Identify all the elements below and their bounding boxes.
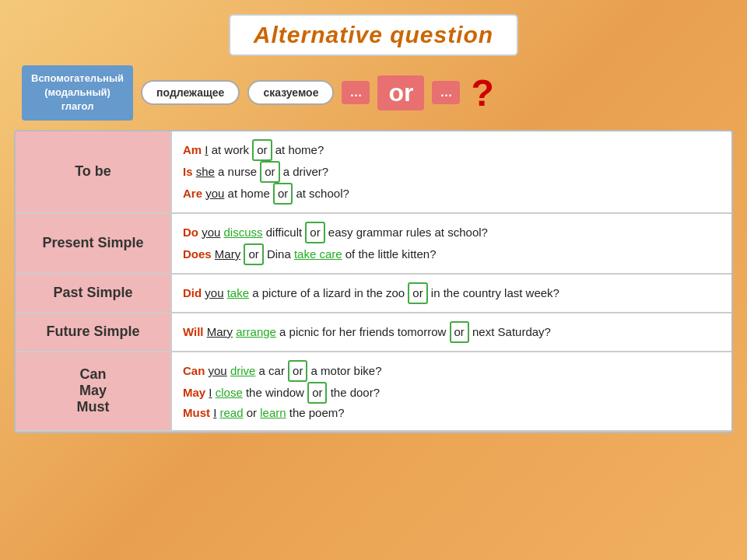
label-past-simple: Past Simple [16, 274, 171, 313]
content-past-simple: Did you take a picture of a lizard in th… [171, 274, 731, 313]
ellipsis1-box: … [342, 81, 370, 104]
table-row: To be Am I at work or at home? Is she a … [16, 131, 731, 213]
main-table: To be Am I at work or at home? Is she a … [16, 131, 731, 432]
table-row: Present Simple Do you discuss difficult … [16, 213, 731, 274]
or-big-box: or [377, 75, 424, 110]
table-row: CanMayMust Can you drive a car or a moto… [16, 352, 731, 431]
modal-sentence2: May I close the window or the door? [183, 386, 380, 399]
present-sentence2: Does Mary or Dina take care of the littl… [183, 247, 437, 261]
label-future-simple: Future Simple [16, 313, 171, 352]
label-present-simple: Present Simple [16, 213, 171, 274]
label-modal: CanMayMust [16, 352, 171, 431]
to-be-sentence2: Is she a nurse or a driver? [183, 165, 328, 178]
main-table-wrapper: To be Am I at work or at home? Is she a … [14, 130, 733, 433]
vsp-box: Вспомогательный(модальный)глагол [22, 65, 133, 121]
label-to-be: To be [16, 131, 171, 213]
content-to-be: Am I at work or at home? Is she a nurse … [171, 131, 731, 213]
modal-sentence3: Must I read or learn the poem? [183, 406, 345, 419]
ellipsis2-box: … [432, 81, 460, 104]
table-row: Past Simple Did you take a picture of a … [16, 274, 731, 313]
to-be-sentence1: Am I at work or at home? [183, 143, 324, 156]
content-present-simple: Do you discuss difficult or easy grammar… [171, 213, 731, 274]
modal-sentence1: Can you drive a car or a motor bike? [183, 364, 381, 377]
past-sentence1: Did you take a picture of a lizard in th… [183, 286, 559, 299]
content-modal: Can you drive a car or a motor bike? May… [171, 352, 731, 431]
skazuemoe-pill: сказуемое [247, 80, 334, 105]
page-wrapper: Alternative question Вспомогательный(мод… [0, 0, 747, 560]
content-future-simple: Will Mary arrange a picnic for her frien… [171, 313, 731, 352]
to-be-sentence3: Are you at home or at school? [183, 187, 349, 200]
table-row: Future Simple Will Mary arrange a picnic… [16, 313, 731, 352]
title-box: Alternative question [229, 14, 518, 56]
future-sentence1: Will Mary arrange a picnic for her frien… [183, 325, 551, 338]
page-title: Alternative question [254, 22, 493, 48]
question-mark: ? [471, 72, 493, 114]
podlezhashchee-pill: подлежащее [141, 80, 240, 105]
present-sentence1: Do you discuss difficult or easy grammar… [183, 226, 488, 239]
header-row: Вспомогательный(модальный)глагол подлежа… [14, 65, 733, 121]
